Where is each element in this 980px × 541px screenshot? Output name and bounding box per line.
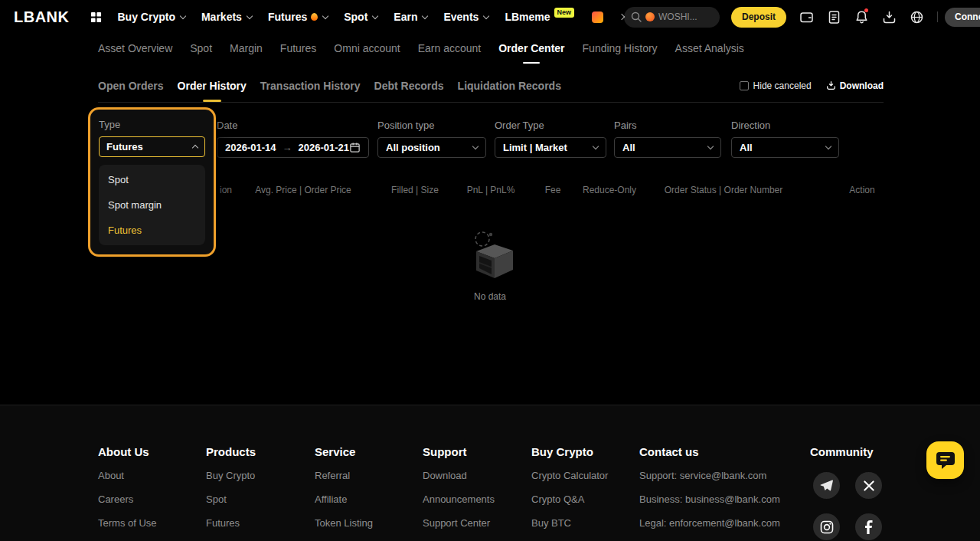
footer-title: Products [206,445,256,458]
type-select-value: Futures [106,141,143,152]
tab-liquidation-records[interactable]: Liquidation Records [458,80,561,92]
tab-transaction-history[interactable]: Transaction History [260,80,361,92]
wallet-icon[interactable] [792,3,820,31]
nav-lbmeme[interactable]: LBmemeNew [505,11,574,23]
x-twitter-icon[interactable] [855,472,882,499]
footer-title: Service [315,445,373,458]
nav-events[interactable]: Events [443,11,488,23]
footer-link-spot[interactable]: Spot [206,494,256,505]
chevron-down-icon [372,13,378,19]
chevron-down-icon [422,13,428,19]
hide-canceled-label: Hide canceled [753,80,812,91]
footer-link-about[interactable]: About [98,471,157,481]
footer-link-referral[interactable]: Referral [315,471,373,481]
footer-contact-business-email[interactable]: Business: business@lbank.com [639,494,780,505]
instagram-icon[interactable] [813,513,840,540]
footer-column-about-us: About Us About Careers Terms of Use [98,445,157,541]
account-nav-spot[interactable]: Spot [190,42,212,54]
deposit-button[interactable]: Deposit [731,7,786,28]
account-nav-funding-history[interactable]: Funding History [583,42,658,54]
type-option-futures[interactable]: Futures [99,218,205,243]
position-type-filter-group: Position type All position [377,120,486,158]
chevron-down-icon [825,143,831,149]
nav-earn[interactable]: Earn [394,11,427,23]
date-range-picker[interactable]: 2026-01-14 → 2026-01-21 [217,137,369,158]
footer-link-download[interactable]: Download [423,471,495,481]
account-nav-asset-overview[interactable]: Asset Overview [98,42,172,54]
footer-title: Support [423,445,495,458]
footer-link-announcements[interactable]: Announcements [423,494,495,505]
footer-link-affiliate[interactable]: Affiliate [315,494,373,505]
account-nav-order-center[interactable]: Order Center [498,42,564,54]
nav-earn-label: Earn [394,11,417,23]
nav-spot[interactable]: Spot [344,11,377,23]
position-type-value: All position [386,142,440,153]
footer: About Us About Careers Terms of Use Prod… [0,405,980,541]
direction-select[interactable]: All [731,137,839,158]
type-option-spot-margin[interactable]: Spot margin [99,192,205,218]
footer-link-crypto-calculator[interactable]: Crypto Calculator [531,471,608,481]
nav-markets[interactable]: Markets [201,11,252,23]
footer-contact-support-email[interactable]: Support: service@lbank.com [639,471,780,481]
date-filter-label: Date [217,120,369,131]
position-type-select[interactable]: All position [377,137,486,158]
footer-link-terms-of-use[interactable]: Terms of Use [98,518,157,529]
account-nav-futures[interactable]: Futures [280,42,316,54]
empty-state-text: No data [474,291,506,302]
type-label: Type [99,119,205,130]
tabs-divider [98,102,884,103]
footer-link-token-listing[interactable]: Token Listing [315,518,373,529]
promo-icon[interactable] [592,11,603,23]
download-button[interactable]: Download [826,80,884,91]
page: LBANK Buy Crypto Markets Futures Spot Ea… [0,0,980,541]
connect-wallet-button[interactable]: Connect [945,8,980,27]
chevron-down-icon [707,143,714,149]
top-navbar: LBANK Buy Crypto Markets Futures Spot Ea… [0,0,980,34]
date-filter-group: Date 2026-01-14 → 2026-01-21 [217,120,369,158]
chat-button[interactable] [926,441,964,479]
account-nav-margin[interactable]: Margin [230,42,263,54]
notifications-bell-icon[interactable] [848,3,875,31]
nav-markets-label: Markets [201,11,242,23]
footer-link-crypto-qa[interactable]: Crypto Q&A [531,494,608,505]
apps-grid-icon[interactable] [90,11,102,23]
pairs-label: Pairs [614,120,721,131]
chevron-down-icon [593,143,599,149]
footer-link-buy-btc[interactable]: Buy BTC [531,518,608,529]
chevron-down-icon [322,13,328,19]
search-input[interactable] [658,11,713,22]
pairs-select[interactable]: All [614,137,721,158]
account-nav-earn-account[interactable]: Earn account [418,42,482,54]
nav-lbmeme-label: LBmeme [505,11,550,23]
hide-canceled-checkbox[interactable] [740,81,749,90]
telegram-icon[interactable] [813,472,840,499]
direction-label: Direction [731,120,839,131]
footer-link-futures[interactable]: Futures [206,518,256,529]
footer-link-careers[interactable]: Careers [98,494,157,505]
hide-canceled-toggle[interactable]: Hide canceled [740,80,812,91]
table-column-order-status: Order Status | Order Number [665,185,783,195]
tab-debt-records[interactable]: Debt Records [374,80,444,92]
account-nav-asset-analysis[interactable]: Asset Analysis [675,42,744,54]
account-nav-omni-account[interactable]: Omni account [334,42,400,54]
app-download-icon[interactable] [875,3,903,31]
facebook-icon[interactable] [855,513,882,540]
orders-document-icon[interactable] [820,3,848,31]
order-type-select[interactable]: Limit | Market [495,137,606,158]
type-option-spot[interactable]: Spot [99,167,205,192]
pairs-value: All [622,142,635,153]
footer-contact-legal-email[interactable]: Legal: enforcement@lbank.com [639,518,780,529]
language-globe-icon[interactable] [903,3,930,31]
tab-open-orders[interactable]: Open Orders [98,80,164,92]
tab-order-history[interactable]: Order History [178,80,247,92]
new-badge: New [554,8,575,18]
order-type-value: Limit | Market [503,142,567,153]
nav-futures[interactable]: Futures [268,11,328,23]
search-box[interactable] [624,7,720,28]
footer-link-buy-crypto[interactable]: Buy Crypto [206,471,256,481]
nav-buy-crypto[interactable]: Buy Crypto [118,11,185,23]
lbank-logo[interactable]: LBANK [14,8,70,26]
chevron-down-icon [472,143,479,149]
footer-link-support-center[interactable]: Support Center [423,518,495,529]
type-select[interactable]: Futures [99,136,205,157]
